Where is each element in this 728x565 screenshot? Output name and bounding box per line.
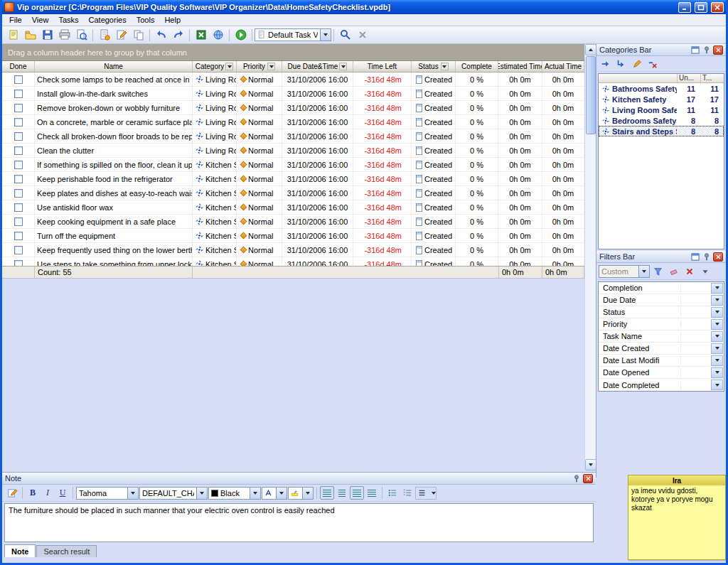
task-row[interactable]: Use antiskid floor waxKitchen SafNormal3… (2, 200, 584, 215)
menu-item-file[interactable]: File (4, 15, 27, 25)
category-item[interactable]: Stairs and Steps Safe88 (599, 126, 724, 136)
vertical-scrollbar[interactable] (584, 44, 596, 470)
task-type-combo[interactable]: Default Task V (255, 28, 331, 41)
note-text-editor[interactable]: The furniture should be placed in such m… (4, 503, 594, 542)
column-header-category[interactable]: Category (193, 61, 237, 72)
task-checkbox[interactable] (14, 217, 23, 226)
task-checkbox[interactable] (14, 104, 23, 112)
column-header-status[interactable]: Status (412, 61, 456, 72)
customize-button[interactable] (337, 28, 353, 43)
task-checkbox[interactable] (14, 260, 23, 267)
bullet-list-button[interactable] (385, 486, 400, 500)
task-row[interactable]: Check some lamps to be reached at once i… (2, 72, 584, 87)
format-menu-dropdown-icon[interactable] (428, 488, 439, 499)
new-note-button[interactable] (5, 28, 21, 43)
task-row[interactable]: Check all broken-down floor broads to be… (2, 129, 584, 144)
font-combo[interactable]: Tahoma (76, 487, 139, 500)
column-header-due[interactable]: Due Date&Time (282, 61, 353, 72)
sticky-note[interactable]: Ira ya imeu vvidu gdosti, kotorye ya v p… (628, 475, 726, 560)
category-item[interactable]: Kitchen Safety1717 (599, 94, 724, 104)
task-row[interactable]: Keep plates and dishes at easy-to-reach … (2, 186, 584, 200)
print-button[interactable] (56, 28, 73, 43)
filter-row-date-last-modifi[interactable]: Date Last Modifi (599, 355, 724, 367)
column-filter-icon[interactable] (339, 63, 347, 70)
menu-item-tools[interactable]: Tools (132, 15, 160, 25)
group-by-hint[interactable]: Drag a column header here to group by th… (2, 44, 596, 61)
filter-row-task-name[interactable]: Task Name (599, 330, 724, 343)
column-filter-icon[interactable] (441, 63, 449, 70)
title-bar[interactable]: Vip organizer [C:\Program Files\VIP Qual… (2, 0, 726, 14)
task-row[interactable]: Keep frequently used thing on the lower … (2, 243, 584, 257)
filters-bar-header[interactable]: Filters Bar (596, 251, 726, 263)
font-dropdown-icon[interactable] (127, 488, 138, 499)
close-button[interactable] (711, 2, 724, 13)
column-header-complete[interactable]: Complete (456, 61, 498, 72)
column-filter-icon[interactable] (267, 63, 275, 70)
task-checkbox[interactable] (14, 118, 23, 127)
font-size-dropdown-icon[interactable] (276, 488, 287, 499)
numbered-list-button[interactable] (400, 486, 414, 500)
new-task-button[interactable] (96, 28, 112, 43)
export-excel-button[interactable] (193, 28, 209, 43)
filter-dropdown-icon[interactable] (711, 380, 723, 390)
category-item[interactable]: Living Room Safety1111 (599, 104, 724, 115)
menu-item-categories[interactable]: Categories (84, 15, 132, 25)
filter-row-date-completed[interactable]: Date Completed (599, 379, 724, 391)
highlight-combo[interactable] (288, 487, 314, 500)
task-checkbox[interactable] (14, 75, 23, 84)
filter-preset-combo[interactable]: Custom (599, 265, 650, 278)
column-header-time_left[interactable]: Time Left (353, 61, 412, 72)
menu-item-help[interactable]: Help (159, 15, 186, 25)
task-row[interactable]: Use steps to take something from upper l… (2, 257, 584, 266)
format-menu-combo[interactable] (415, 487, 437, 500)
minimize-button[interactable] (678, 2, 691, 13)
categories-name-column[interactable] (599, 74, 677, 82)
note-panel-close-icon[interactable] (583, 474, 593, 483)
sticky-note-title[interactable]: Ira (628, 475, 725, 485)
filter-dropdown-icon[interactable] (711, 343, 723, 354)
column-header-estimated[interactable]: Estimated Time (498, 61, 542, 72)
filter-row-completion[interactable]: Completion (599, 282, 724, 294)
highlight-dropdown-icon[interactable] (302, 488, 313, 499)
column-header-priority[interactable]: Priority (237, 61, 282, 72)
categories-total-column[interactable]: T... (700, 74, 724, 82)
filter-row-status[interactable]: Status (599, 306, 724, 318)
add-subcategory-button[interactable] (614, 58, 628, 70)
edit-category-button[interactable] (630, 58, 644, 70)
category-item[interactable]: Bathrooms Safety1111 (599, 83, 724, 94)
clone-task-button[interactable] (130, 28, 146, 43)
align-center-button[interactable] (335, 486, 349, 500)
task-checkbox[interactable] (14, 90, 23, 98)
export-html-button[interactable] (210, 28, 226, 43)
bold-button[interactable]: B (26, 486, 40, 500)
color-combo[interactable]: Black (208, 487, 261, 500)
categories-pin-icon[interactable] (702, 45, 712, 55)
task-row[interactable]: Clean the clutterLiving RoorNormal31/10/… (2, 144, 584, 158)
align-justify-button[interactable] (365, 486, 379, 500)
filters-close-icon[interactable] (713, 252, 723, 262)
delete-filter-button[interactable] (682, 265, 697, 278)
filter-dropdown-icon[interactable] (711, 355, 723, 366)
filter-row-priority[interactable]: Priority (599, 318, 724, 330)
task-row[interactable]: Keep cooking equipment in a safe placeKi… (2, 215, 584, 229)
go-button[interactable] (232, 28, 249, 43)
filter-row-date-opened[interactable]: Date Opened (599, 367, 724, 379)
align-left-button[interactable] (320, 486, 334, 500)
task-row[interactable]: On a concrete, marble or ceramic surface… (2, 115, 584, 129)
categories-uncompleted-column[interactable]: Un... (677, 74, 700, 82)
menu-item-view[interactable]: View (27, 15, 54, 25)
maximize-button[interactable] (695, 2, 707, 13)
task-checkbox[interactable] (14, 132, 23, 141)
scroll-thumb[interactable] (586, 56, 596, 134)
underline-button[interactable]: U (55, 486, 70, 500)
clear-button[interactable] (354, 28, 370, 43)
category-item[interactable]: Bedrooms Safety88 (599, 115, 724, 126)
pin-icon[interactable] (572, 474, 582, 483)
scroll-up-icon[interactable] (585, 44, 596, 55)
filter-dropdown-icon[interactable] (711, 295, 723, 306)
task-checkbox[interactable] (14, 246, 23, 254)
task-checkbox[interactable] (14, 232, 23, 240)
filter-dropdown-icon[interactable] (711, 331, 723, 342)
filter-dropdown-icon[interactable] (711, 283, 723, 294)
column-filter-icon[interactable] (225, 63, 233, 70)
